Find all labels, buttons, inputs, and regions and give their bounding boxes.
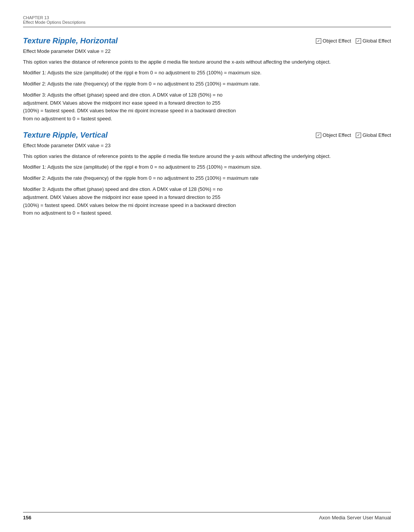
section1-global-effect: ✓ Global Effect	[356, 38, 391, 44]
section1-global-effect-label: Global Effect	[363, 38, 391, 44]
section2-modifier3-line1: Modifier 3: Adjusts the offset (phase) s…	[23, 186, 391, 194]
section2-modifier2: Modifier 2: Adjusts the rate (frequency)…	[23, 174, 391, 182]
section2-global-effect-checkbox: ✓	[356, 133, 361, 138]
object-effect-checkbox: ✓	[316, 38, 321, 44]
section1-param: Effect Mode parameter DMX value = 22	[23, 48, 391, 55]
page-footer: 156 Axon Media Server User Manual	[23, 512, 391, 521]
chapter-sublabel: Effect Mode Options Descriptions	[23, 20, 391, 25]
chapter-label: CHAPTER 13	[23, 15, 391, 20]
section2-global-effect: ✓ Global Effect	[356, 132, 391, 138]
section2-object-effect-checkbox: ✓	[316, 133, 321, 138]
manual-title: Axon Media Server User Manual	[319, 515, 391, 521]
chapter-header: CHAPTER 13 Effect Mode Options Descripti…	[23, 15, 391, 27]
section1-modifier1: Modifier 1: Adjusts the size (amplitude)…	[23, 69, 391, 77]
section2-description: This option varies the distance of refer…	[23, 153, 391, 161]
section1-modifier3-line3: (100%) = fastest speed. DMX values below…	[23, 107, 391, 115]
section2-modifier1: Modifier 1: Adjusts the size (amplitude)…	[23, 163, 391, 171]
page-number: 156	[23, 515, 31, 521]
section2-object-effect: ✓ Object Effect	[316, 132, 351, 138]
section2-header: Texture Ripple, Vertical ✓ Object Effect…	[23, 131, 391, 140]
section1-modifier3-line1: Modifier 3: Adjusts the offset (phase) s…	[23, 91, 391, 99]
section1-modifier3-line4: from no adjustment to 0 = fastest speed.	[23, 115, 391, 123]
section1-object-effect-label: Object Effect	[323, 38, 351, 44]
global-effect-checkbox: ✓	[356, 38, 361, 44]
section2-title: Texture Ripple, Vertical	[23, 131, 108, 140]
section2-modifier3-line3: (100%) = fastest speed. DMX values below…	[23, 202, 391, 210]
section1-badges: ✓ Object Effect ✓ Global Effect	[316, 38, 391, 44]
section1-modifier3-line2: adjustment. DMX Values above the midpoin…	[23, 99, 391, 107]
section2-badges: ✓ Object Effect ✓ Global Effect	[316, 132, 391, 138]
section2-object-effect-label: Object Effect	[323, 132, 351, 138]
section2-modifier3-line4: from no adjustment to 0 = fastest speed.	[23, 209, 391, 217]
section1-modifier2: Modifier 2: Adjusts the rate (frequency)…	[23, 80, 391, 88]
section2-global-effect-label: Global Effect	[363, 132, 391, 138]
section1-modifier3: Modifier 3: Adjusts the offset (phase) s…	[23, 91, 391, 123]
section2-param: Effect Mode parameter DMX value = 23	[23, 142, 391, 149]
section2-modifier3: Modifier 3: Adjusts the offset (phase) s…	[23, 186, 391, 217]
section1-title: Texture Ripple, Horizontal	[23, 36, 118, 45]
section1-description: This option varies the distance of refer…	[23, 58, 391, 66]
section1-object-effect: ✓ Object Effect	[316, 38, 351, 44]
section1-header: Texture Ripple, Horizontal ✓ Object Effe…	[23, 36, 391, 45]
section2-modifier3-line2: adjustment. DMX Values above the midpoin…	[23, 194, 391, 202]
